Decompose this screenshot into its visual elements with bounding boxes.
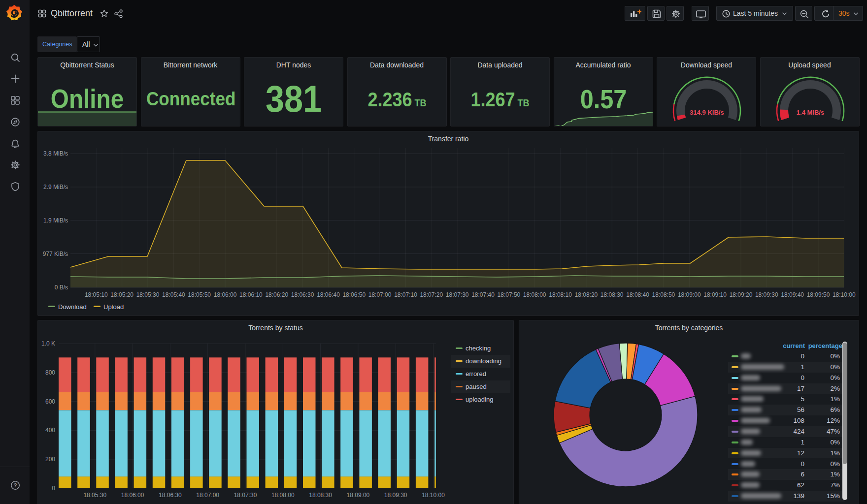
svg-text:18:05:30: 18:05:30 (136, 291, 160, 298)
svg-text:2.9 MiB/s: 2.9 MiB/s (43, 184, 68, 190)
svg-text:400: 400 (45, 427, 55, 434)
svg-text:paused: paused (466, 383, 487, 390)
svg-text:1.4 MiB/s: 1.4 MiB/s (796, 109, 824, 116)
svg-text:18:06:00: 18:06:00 (214, 291, 237, 298)
svg-text:18:05:10: 18:05:10 (85, 291, 108, 298)
svg-text:18:10:00: 18:10:00 (833, 291, 856, 298)
svg-text:checking: checking (466, 345, 491, 352)
svg-text:18:08:30: 18:08:30 (309, 492, 332, 499)
svg-text:18:07:50: 18:07:50 (498, 291, 521, 298)
svg-text:18:09:00: 18:09:00 (347, 492, 370, 499)
svg-text:18:06:30: 18:06:30 (159, 492, 182, 499)
svg-text:18:06:10: 18:06:10 (239, 291, 263, 298)
svg-text:18:09:40: 18:09:40 (781, 291, 804, 298)
svg-text:18:09:10: 18:09:10 (703, 291, 727, 298)
svg-text:?: ? (13, 482, 17, 488)
svg-text:18:08:00: 18:08:00 (271, 492, 295, 499)
svg-text:1.9 MiB/s: 1.9 MiB/s (43, 217, 68, 224)
svg-text:18:08:00: 18:08:00 (523, 291, 546, 298)
svg-text:downloading: downloading (466, 357, 501, 365)
svg-text:1.0 K: 1.0 K (41, 340, 55, 347)
svg-text:18:07:10: 18:07:10 (394, 291, 417, 298)
svg-text:18:06:40: 18:06:40 (317, 291, 340, 298)
svg-text:200: 200 (45, 456, 55, 463)
svg-text:18:08:40: 18:08:40 (626, 291, 649, 298)
svg-text:18:05:40: 18:05:40 (162, 291, 185, 298)
svg-text:18:08:20: 18:08:20 (575, 291, 598, 298)
svg-text:3.8 MiB/s: 3.8 MiB/s (43, 150, 68, 157)
svg-text:18:09:00: 18:09:00 (678, 291, 701, 298)
svg-text:800: 800 (45, 369, 55, 376)
svg-text:errored: errored (466, 370, 486, 378)
svg-text:18:09:30: 18:09:30 (384, 492, 407, 499)
svg-text:600: 600 (45, 398, 55, 405)
svg-text:0 B/s: 0 B/s (55, 284, 68, 291)
svg-text:18:05:50: 18:05:50 (188, 291, 211, 298)
svg-text:18:07:00: 18:07:00 (196, 492, 219, 499)
svg-text:18:07:30: 18:07:30 (234, 492, 257, 499)
svg-text:18:07:30: 18:07:30 (446, 291, 469, 298)
svg-text:18:09:20: 18:09:20 (730, 291, 753, 298)
svg-text:18:10:00: 18:10:00 (422, 492, 445, 499)
svg-text:18:08:10: 18:08:10 (549, 291, 572, 298)
svg-text:0: 0 (52, 485, 55, 492)
svg-text:314.9 KiB/s: 314.9 KiB/s (690, 109, 724, 116)
svg-text:Download: Download (58, 303, 87, 311)
svg-text:uploading: uploading (466, 396, 493, 403)
svg-text:18:07:20: 18:07:20 (420, 291, 443, 298)
svg-text:18:06:50: 18:06:50 (342, 291, 366, 298)
svg-text:18:07:40: 18:07:40 (471, 291, 495, 298)
svg-text:18:06:20: 18:06:20 (265, 291, 288, 298)
svg-text:18:05:20: 18:05:20 (110, 291, 133, 298)
svg-text:18:08:50: 18:08:50 (652, 291, 675, 298)
svg-text:18:05:30: 18:05:30 (83, 492, 106, 499)
svg-text:Upload: Upload (103, 303, 124, 311)
svg-text:977 KiB/s: 977 KiB/s (43, 251, 68, 257)
svg-text:18:06:00: 18:06:00 (121, 492, 144, 499)
svg-text:18:07:00: 18:07:00 (368, 291, 392, 298)
svg-text:18:09:50: 18:09:50 (807, 291, 830, 298)
svg-text:18:06:30: 18:06:30 (291, 291, 314, 298)
svg-text:18:08:30: 18:08:30 (600, 291, 624, 298)
svg-text:18:09:30: 18:09:30 (755, 291, 778, 298)
